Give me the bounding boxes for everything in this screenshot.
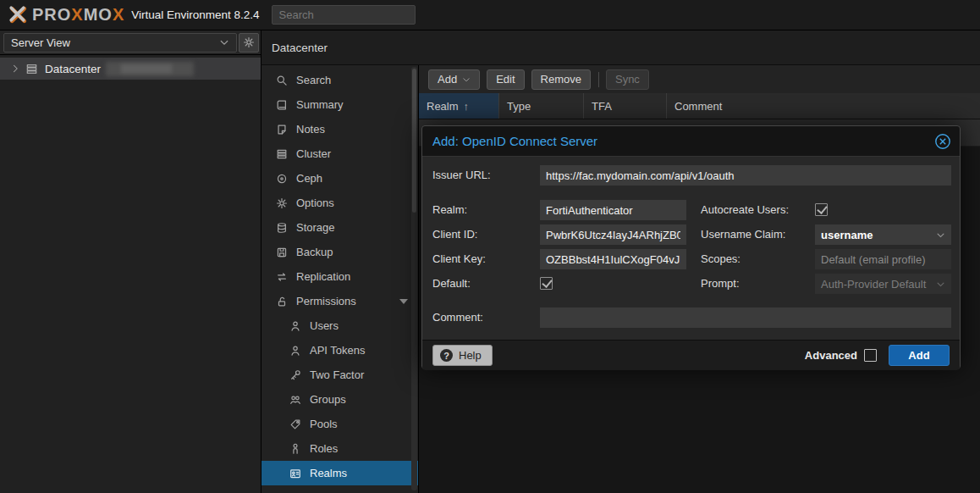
nav-item-notes[interactable]: Notes (262, 117, 418, 141)
nav-item-options[interactable]: Options (262, 191, 418, 215)
top-header-bar: PROXMOX Virtual Environment 8.2.4 (0, 0, 980, 30)
edit-button[interactable]: Edit (487, 69, 524, 90)
add-openid-dialog: Add: OpenID Connect Server Issuer URL: R… (421, 125, 961, 369)
dialog-footer: ? Help Advanced Add (422, 340, 960, 370)
nav-item-ha[interactable]: HA (262, 485, 418, 493)
issuer-url-field[interactable] (540, 165, 951, 186)
issuer-url-label: Issuer URL: (432, 165, 538, 186)
prompt-select[interactable]: Auth-Provider Default (815, 274, 951, 294)
brand-part-x: X (71, 5, 83, 24)
expand-chevron-icon[interactable] (10, 64, 20, 74)
unlock-icon (275, 295, 289, 308)
toolbar-separator (598, 72, 599, 87)
question-icon: ? (440, 349, 453, 362)
autocreate-users-checkbox[interactable] (815, 203, 828, 216)
proxmox-app: PROXMOX Virtual Environment 8.2.4 Server… (0, 0, 980, 493)
nav-item-ceph[interactable]: Ceph (262, 166, 418, 191)
nav-item-users[interactable]: Users (262, 313, 418, 338)
comment-field[interactable] (540, 307, 951, 328)
nav-item-pools[interactable]: Pools (262, 412, 418, 436)
tree-node-datacenter[interactable]: Datacenter (0, 58, 261, 80)
dialog-titlebar[interactable]: Add: OpenID Connect Server (422, 126, 960, 157)
view-selector-combo[interactable]: Server View (3, 33, 237, 53)
cluster-icon (275, 147, 289, 161)
user-outline-icon (289, 344, 302, 357)
client-key-label: Client Key: (432, 249, 538, 269)
nav-item-replication[interactable]: Replication (262, 264, 418, 289)
nav-item-backup[interactable]: Backup (262, 240, 418, 264)
help-button[interactable]: ? Help (432, 345, 493, 366)
nav-item-api-tokens[interactable]: API Tokens (262, 338, 418, 363)
chevron-down-icon (936, 280, 945, 289)
gear-icon (243, 36, 255, 48)
chevron-down-icon (219, 37, 229, 47)
client-id-field[interactable] (540, 224, 686, 245)
gear-icon (275, 197, 289, 210)
collapse-caret-icon[interactable] (399, 299, 408, 304)
dialog-body: Issuer URL: Realm: Autocreate Users: Cli… (422, 157, 960, 340)
autocreate-users-label: Autocreate Users: (701, 200, 811, 220)
dialog-add-button[interactable]: Add (889, 345, 950, 366)
column-header-type[interactable]: Type (499, 93, 584, 119)
group-icon (289, 393, 302, 407)
id-card-icon (289, 467, 302, 480)
product-version-label: Virtual Environment 8.2.4 (131, 8, 259, 21)
nav-item-permissions[interactable]: Permissions (262, 289, 418, 313)
nav-scrollbar[interactable] (411, 67, 417, 490)
chevron-down-icon (462, 75, 471, 84)
nav-item-two-factor[interactable]: Two Factor (262, 363, 418, 387)
column-header-tfa[interactable]: TFA (584, 93, 667, 119)
client-id-label: Client ID: (432, 224, 538, 245)
page-title: Datacenter (272, 42, 328, 54)
brand-part-x: X (113, 5, 124, 24)
tag-icon (289, 418, 302, 431)
global-search-input[interactable] (272, 5, 416, 25)
nav-item-roles[interactable]: Roles (262, 436, 418, 461)
advanced-label: Advanced (805, 349, 857, 362)
column-header-comment[interactable]: Comment (667, 93, 980, 119)
nav-item-storage[interactable]: Storage (262, 215, 418, 240)
username-claim-select[interactable]: username (815, 224, 951, 245)
datacenter-nav: Search Summary Notes Cluster Ceph Option… (261, 65, 418, 493)
dialog-title: Add: OpenID Connect Server (432, 134, 597, 148)
client-key-field[interactable] (540, 249, 686, 269)
sort-ascending-icon: ↑ (464, 100, 470, 113)
person-icon (289, 442, 302, 456)
username-claim-label: Username Claim: (701, 224, 811, 245)
close-icon[interactable] (934, 133, 951, 150)
scrollbar-thumb[interactable] (412, 69, 416, 213)
realm-field[interactable] (540, 200, 686, 220)
tree-settings-button[interactable] (239, 33, 259, 53)
brand-wordmark: PROXMOX (32, 5, 124, 25)
scopes-label: Scopes: (701, 249, 811, 269)
advanced-checkbox[interactable] (864, 349, 877, 362)
realms-toolbar: Add Edit Remove Sync (419, 65, 980, 93)
proxmox-logo-icon (8, 5, 28, 25)
nav-item-realms[interactable]: Realms (262, 461, 418, 485)
add-button[interactable]: Add (428, 69, 480, 90)
default-checkbox[interactable] (540, 277, 553, 290)
default-label: Default: (432, 274, 538, 294)
column-header-realm[interactable]: Realm↑ (419, 93, 499, 119)
content-header: Datacenter (261, 30, 980, 65)
prompt-label: Prompt: (701, 274, 811, 294)
resource-tree: Datacenter (0, 55, 261, 493)
replication-arrows-icon (275, 270, 289, 284)
floppy-icon (275, 246, 289, 259)
scopes-field[interactable] (815, 249, 951, 269)
sync-button[interactable]: Sync (606, 69, 649, 90)
nav-item-cluster[interactable]: Cluster (262, 141, 418, 166)
key-icon (289, 368, 302, 382)
brand-part: MO (84, 5, 113, 24)
search-icon (275, 74, 289, 87)
user-icon (289, 319, 302, 333)
note-icon (275, 123, 289, 136)
nav-item-summary[interactable]: Summary (262, 92, 418, 117)
realms-table-header: Realm↑ Type TFA Comment (419, 93, 980, 119)
tree-node-label: Datacenter (45, 63, 101, 75)
remove-button[interactable]: Remove (531, 69, 591, 90)
nav-item-groups[interactable]: Groups (262, 387, 418, 412)
brand-part: PRO (32, 5, 71, 24)
nav-item-search[interactable]: Search (262, 68, 418, 92)
resource-tree-toolbar: Server View (0, 30, 261, 55)
